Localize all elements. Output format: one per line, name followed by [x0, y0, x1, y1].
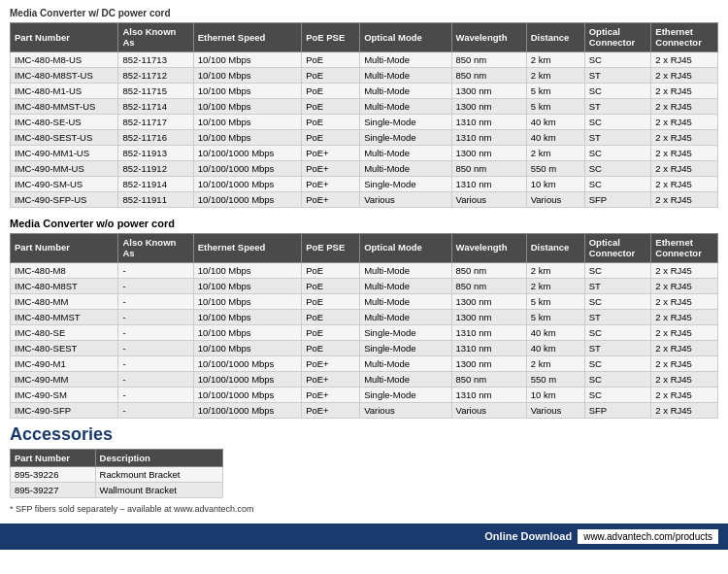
table-cell: Single-Mode — [360, 324, 451, 340]
accessories-title: Accessories — [10, 424, 718, 445]
table-cell: - — [118, 371, 193, 387]
footer-bar: Online Download www.advantech.com/produc… — [0, 523, 728, 550]
table-cell: 10/100/1000 Mbps — [193, 387, 301, 402]
table-cell: 10/100 Mbps — [193, 83, 301, 98]
table-cell: - — [118, 402, 193, 418]
table-cell: 2 x RJ45 — [651, 371, 718, 387]
table-row: IMC-480-MMST-10/100 MbpsPoEMulti-Mode130… — [11, 309, 718, 324]
table-cell: 852-11911 — [118, 191, 193, 207]
table-cell: 2 km — [526, 145, 584, 160]
table-cell: 5 km — [526, 83, 584, 98]
col-header-4: Optical Mode — [360, 233, 451, 262]
table-row: IMC-480-MM-10/100 MbpsPoEMulti-Mode1300 … — [11, 293, 718, 309]
table-cell: 10/100 Mbps — [193, 309, 301, 324]
table-cell: - — [118, 355, 193, 371]
table-cell: - — [118, 309, 193, 324]
table-cell: IMC-480-MMST-US — [11, 98, 118, 114]
table-cell: Wallmount Bracket — [95, 482, 222, 497]
table-cell: - — [118, 387, 193, 402]
table-cell: Multi-Mode — [360, 83, 451, 98]
table-cell: 850 nm — [451, 262, 526, 278]
table-cell: IMC-480-SEST — [11, 340, 118, 355]
table-power-cord: Part NumberAlso Known AsEthernet SpeedPo… — [10, 22, 718, 208]
table-cell: ST — [584, 98, 651, 114]
table-cell: IMC-490-SM-US — [11, 176, 118, 191]
table-row: IMC-480-SE-US852-1171710/100 MbpsPoESing… — [11, 114, 718, 129]
table-cell: 850 nm — [451, 51, 526, 67]
table-row: IMC-490-SM-US852-1191410/100/1000 MbpsPo… — [11, 176, 718, 191]
table-cell: 852-11713 — [118, 51, 193, 67]
table-cell: Multi-Mode — [360, 160, 451, 176]
table-cell: 10/100 Mbps — [193, 262, 301, 278]
table-row: IMC-490-M1-10/100/1000 MbpsPoE+Multi-Mod… — [11, 355, 718, 371]
table-row: IMC-480-SEST-US852-1171610/100 MbpsPoESi… — [11, 129, 718, 145]
table-cell: IMC-480-MMST — [11, 309, 118, 324]
table-cell: 1300 nm — [451, 309, 526, 324]
table-cell: SC — [584, 262, 651, 278]
table-cell: ST — [584, 129, 651, 145]
table-cell: 2 km — [526, 51, 584, 67]
table-cell: Various — [360, 191, 451, 207]
table-cell: Multi-Mode — [360, 278, 451, 293]
table-cell: 1310 nm — [451, 387, 526, 402]
table-cell: SC — [584, 51, 651, 67]
table-cell: IMC-490-MM — [11, 371, 118, 387]
table-cell: PoE+ — [302, 191, 360, 207]
col-header-6: Distance — [526, 23, 584, 52]
table-cell: 2 x RJ45 — [651, 309, 718, 324]
table-cell: 10/100/1000 Mbps — [193, 176, 301, 191]
table-row: IMC-480-M8ST-US852-1171210/100 MbpsPoEMu… — [11, 67, 718, 83]
table-cell: 852-11712 — [118, 67, 193, 83]
table-cell: IMC-480-SE — [11, 324, 118, 340]
table-cell: 10/100 Mbps — [193, 67, 301, 83]
table-cell: PoE — [302, 293, 360, 309]
table-row: 895-39226Rackmount Bracket — [11, 466, 223, 482]
table-cell: 2 km — [526, 262, 584, 278]
table-cell: PoE — [302, 67, 360, 83]
table-cell: Various — [451, 402, 526, 418]
table-cell: - — [118, 262, 193, 278]
table-cell: 850 nm — [451, 278, 526, 293]
table-cell: 2 x RJ45 — [651, 402, 718, 418]
table-cell: 2 x RJ45 — [651, 278, 718, 293]
col-header-3: PoE PSE — [302, 233, 360, 262]
table-no-power-cord: Part NumberAlso Known AsEthernet SpeedPo… — [10, 233, 718, 419]
table-cell: ST — [584, 278, 651, 293]
table-cell: 852-11913 — [118, 145, 193, 160]
table-cell: 1310 nm — [451, 324, 526, 340]
table-row: IMC-480-M1-US852-1171510/100 MbpsPoEMult… — [11, 83, 718, 98]
col-header-2: Ethernet Speed — [193, 23, 301, 52]
col-header-7: Optical Connector — [584, 233, 651, 262]
table-cell: 10/100/1000 Mbps — [193, 160, 301, 176]
col-header-1: Also Known As — [118, 23, 193, 52]
table-cell: SC — [584, 387, 651, 402]
table-cell: IMC-490-MM-US — [11, 160, 118, 176]
footnote: * SFP fibers sold separately – available… — [10, 504, 718, 514]
table-cell: 5 km — [526, 98, 584, 114]
table-cell: 1300 nm — [451, 293, 526, 309]
table-cell: 1300 nm — [451, 145, 526, 160]
table-cell: Multi-Mode — [360, 371, 451, 387]
table-cell: 2 km — [526, 278, 584, 293]
online-download-label: Online Download — [484, 530, 572, 542]
table-cell: SC — [584, 145, 651, 160]
table-row: IMC-490-MM-10/100/1000 MbpsPoE+Multi-Mod… — [11, 371, 718, 387]
table-cell: 2 x RJ45 — [651, 176, 718, 191]
table-cell: - — [118, 324, 193, 340]
table-cell: IMC-490-M1 — [11, 355, 118, 371]
table-cell: 10 km — [526, 387, 584, 402]
table-cell: IMC-480-M8-US — [11, 51, 118, 67]
table-cell: IMC-480-SE-US — [11, 114, 118, 129]
table-cell: 852-11715 — [118, 83, 193, 98]
table-row: IMC-480-SEST-10/100 MbpsPoESingle-Mode13… — [11, 340, 718, 355]
table-cell: 2 x RJ45 — [651, 145, 718, 160]
table-cell: 10/100 Mbps — [193, 278, 301, 293]
table-row: IMC-490-SM-10/100/1000 MbpsPoE+Single-Mo… — [11, 387, 718, 402]
table-row: IMC-480-M8ST-10/100 MbpsPoEMulti-Mode850… — [11, 278, 718, 293]
table-cell: ST — [584, 309, 651, 324]
table-row: IMC-490-SFP-US852-1191110/100/1000 MbpsP… — [11, 191, 718, 207]
table-cell: IMC-480-M1-US — [11, 83, 118, 98]
table-cell: 2 x RJ45 — [651, 324, 718, 340]
table-cell: 10/100/1000 Mbps — [193, 355, 301, 371]
table-cell: IMC-490-MM1-US — [11, 145, 118, 160]
